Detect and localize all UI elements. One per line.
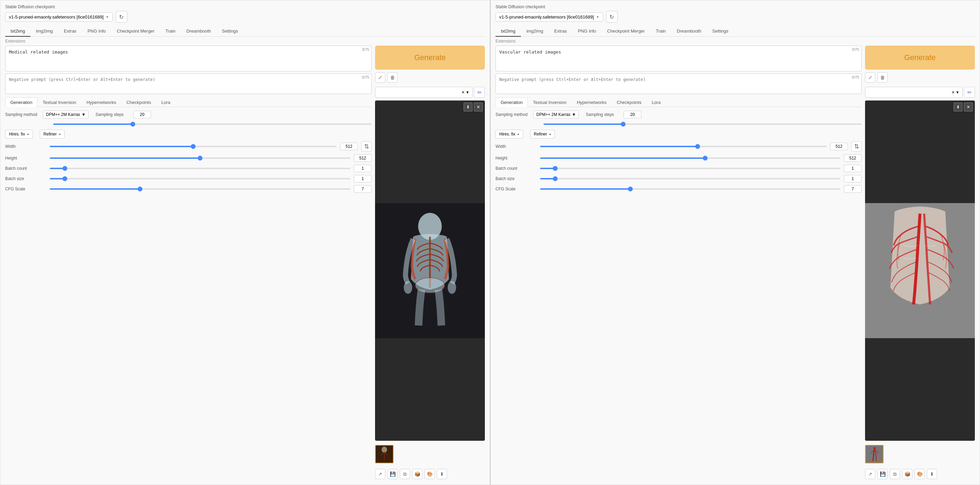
copy-button-right[interactable]: ⧉ [890,469,900,479]
neg-prompt-input[interactable] [5,74,371,92]
save-button-right[interactable]: 💾 [877,469,888,479]
gen-tab-checkpoints[interactable]: Checkpoints [121,97,156,107]
tab-txt2img-right[interactable]: txt2img [495,26,521,37]
gen-tab-lora-right[interactable]: Lora [646,97,666,107]
palette-button-right[interactable]: 🎨 [915,469,925,479]
tab-settings[interactable]: Settings [216,26,243,37]
send-to-img2img-button-right[interactable]: ↗ [865,469,875,479]
height-slider-right[interactable] [540,155,840,161]
pencil-button-right[interactable]: ✏ [964,87,975,98]
download-icon-right[interactable]: ⬇ [954,103,963,111]
save-button[interactable]: 💾 [387,469,398,479]
thumbnail-item[interactable] [375,445,394,463]
gen-tab-generation[interactable]: Generation [5,97,37,107]
batch-size-input[interactable] [354,175,372,183]
refiner-button-right[interactable]: Refiner ◄ [530,130,555,138]
palette-button[interactable]: 🎨 [425,469,435,479]
send-to-img2img-button[interactable]: ↗ [375,469,385,479]
gen-tab-textual-inversion-right[interactable]: Textual Inversion [528,97,572,107]
batch-size-slider-right[interactable] [540,176,840,181]
neg-prompt-input-right[interactable] [496,74,861,92]
tab-dreambooth-right[interactable]: Dreambooth [671,26,707,37]
sampling-steps-input[interactable] [133,111,151,118]
sampling-steps-input-right[interactable] [624,111,641,118]
height-slider[interactable] [50,155,350,161]
checkpoint-select-right[interactable]: v1-5-pruned-emaonly.safetensors [6ce0161… [495,12,603,22]
tab-train-right[interactable]: Train [650,26,671,37]
batch-size-input-right[interactable] [844,175,862,183]
tab-img2img[interactable]: img2img [30,26,58,37]
trash-icon[interactable]: 🗑 [387,72,398,83]
gen-tab-generation-right[interactable]: Generation [495,97,528,107]
swap-dimensions-button-right[interactable]: ⇅ [851,141,862,152]
tab-extras-right[interactable]: Extras [549,26,572,37]
tab-img2img-right[interactable]: img2img [521,26,549,37]
cfg-scale-slider[interactable] [50,186,350,192]
tab-extras[interactable]: Extras [58,26,82,37]
gen-tab-lora[interactable]: Lora [156,97,175,107]
sampling-steps-slider-right[interactable] [544,121,862,127]
pencil-button[interactable]: ✏ [474,87,485,98]
refiner-button[interactable]: Refiner ◄ [40,130,65,138]
download-button[interactable]: ⬇ [437,469,447,479]
generate-button[interactable]: Generate [375,46,485,70]
prompt-input-right[interactable]: Vascular related images [496,46,861,70]
neg-prompt-counter: 0/75 [362,75,369,79]
gen-tab-hypernetworks-right[interactable]: Hypernetworks [572,97,612,107]
style-select-right[interactable]: ✕ ▼ [865,87,963,98]
width-input-right[interactable] [830,143,848,150]
style-select-row: ✕ ▼ ✏ [375,87,485,98]
download-icon[interactable]: ⬇ [464,103,473,111]
thumbnail-item-right[interactable] [865,445,884,463]
batch-count-input[interactable] [354,165,372,172]
sampling-method-select[interactable]: DPM++ 2M Karras ▼ [43,110,89,119]
batch-count-slider-right[interactable] [540,166,840,171]
gen-tab-checkpoints-right[interactable]: Checkpoints [612,97,647,107]
batch-count-input-right[interactable] [844,165,862,172]
sampling-method-select-right[interactable]: DPM++ 2M Karras ▼ [533,110,579,119]
checkpoint-row-right: v1-5-pruned-emaonly.safetensors [6ce0161… [495,11,975,23]
style-select[interactable]: ✕ ▼ [375,87,473,98]
prompt-input[interactable]: Medical related images [5,46,371,70]
close-icon[interactable]: ✕ [474,103,483,111]
tab-dreambooth[interactable]: Dreambooth [181,26,216,37]
close-icon: ✕ ▼ [461,90,469,95]
hires-fix-button[interactable]: Hires. fix ◄ [5,130,33,138]
tab-txt2img[interactable]: txt2img [5,26,30,37]
download-button-right[interactable]: ⬇ [927,469,937,479]
gen-tab-hypernetworks[interactable]: Hypernetworks [81,97,121,107]
refresh-button-right[interactable]: ↻ [606,11,618,23]
gen-tab-textual-inversion[interactable]: Textual Inversion [37,97,81,107]
zip-button-right[interactable]: 📦 [902,469,912,479]
tab-settings-right[interactable]: Settings [707,26,734,37]
tab-checkpoint-merger[interactable]: Checkpoint Merger [111,26,160,37]
close-icon-right[interactable]: ✕ [964,103,973,111]
tab-train[interactable]: Train [160,26,181,37]
trash-icon-right[interactable]: 🗑 [877,72,888,83]
expand-icon[interactable]: ⤢ [375,72,385,83]
height-input[interactable] [354,154,372,162]
tab-checkpoint-merger-right[interactable]: Checkpoint Merger [601,26,650,37]
generate-button-right[interactable]: Generate [865,46,975,70]
sampling-steps-slider[interactable] [53,121,372,127]
batch-count-slider[interactable] [50,166,350,171]
width-slider[interactable] [50,144,337,149]
height-input-right[interactable] [844,154,862,162]
cfg-scale-input[interactable] [354,185,372,193]
batch-count-row-right: Batch count [495,165,862,172]
cfg-scale-input-right[interactable] [844,185,862,193]
tab-png-info[interactable]: PNG Info [82,26,111,37]
zip-button[interactable]: 📦 [412,469,422,479]
cfg-scale-slider-right[interactable] [540,186,840,192]
width-slider-right[interactable] [540,144,827,149]
swap-dimensions-button[interactable]: ⇅ [361,141,372,152]
width-input[interactable] [340,143,358,150]
refresh-button[interactable]: ↻ [116,11,127,23]
copy-button[interactable]: ⧉ [400,469,410,479]
checkpoint-select[interactable]: v1-5-pruned-emaonly.safetensors [6ce0161… [5,12,113,22]
batch-size-slider[interactable] [50,176,350,181]
expand-icon-right[interactable]: ⤢ [865,72,875,83]
hires-fix-button-right[interactable]: Hires. fix ◄ [495,130,523,138]
tab-png-info-right[interactable]: PNG Info [572,26,601,37]
batch-size-row: Batch size [5,175,372,183]
